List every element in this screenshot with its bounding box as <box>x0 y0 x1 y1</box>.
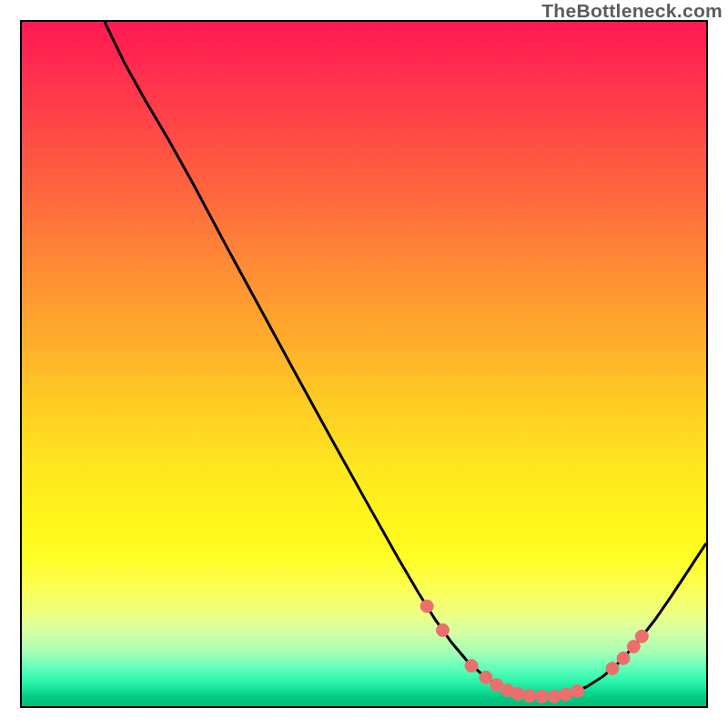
curve-marker <box>523 690 536 703</box>
curve-marker <box>511 687 524 700</box>
chart-plot-area <box>20 20 708 708</box>
curve-marker <box>480 671 492 683</box>
curve-marker <box>560 688 572 701</box>
curve-marker <box>465 660 478 672</box>
curve-marker <box>571 684 584 697</box>
curve-marker <box>536 690 549 703</box>
curve-marker <box>436 624 449 637</box>
curve-marker <box>606 662 619 675</box>
curve-line <box>105 22 706 697</box>
curve-marker <box>635 630 648 642</box>
chart-svg <box>22 22 706 706</box>
curve-marker <box>548 690 561 703</box>
curve-marker <box>627 641 640 653</box>
curve-markers <box>420 600 648 703</box>
curve-marker <box>617 652 630 664</box>
watermark-text: TheBottleneck.com <box>541 0 723 22</box>
curve-marker <box>420 600 433 612</box>
